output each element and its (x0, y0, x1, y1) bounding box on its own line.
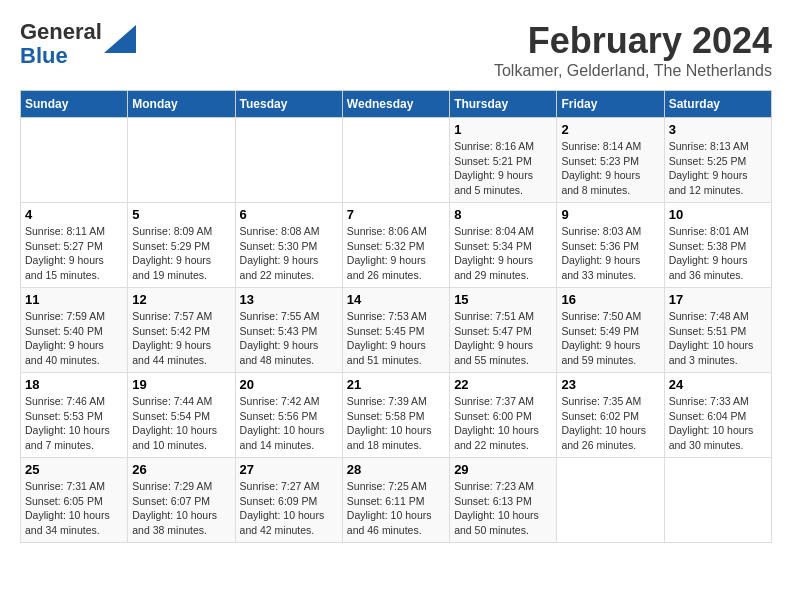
logo-text: General Blue (20, 20, 102, 68)
day-cell (128, 118, 235, 203)
header-cell-tuesday: Tuesday (235, 91, 342, 118)
header-cell-thursday: Thursday (450, 91, 557, 118)
logo-icon (104, 25, 136, 53)
day-number: 8 (454, 207, 552, 222)
day-detail: Sunrise: 7:29 AMSunset: 6:07 PMDaylight:… (132, 479, 230, 538)
day-number: 5 (132, 207, 230, 222)
day-cell: 18Sunrise: 7:46 AMSunset: 5:53 PMDayligh… (21, 373, 128, 458)
day-number: 1 (454, 122, 552, 137)
day-cell: 27Sunrise: 7:27 AMSunset: 6:09 PMDayligh… (235, 458, 342, 543)
day-number: 4 (25, 207, 123, 222)
day-cell: 29Sunrise: 7:23 AMSunset: 6:13 PMDayligh… (450, 458, 557, 543)
week-row-2: 4Sunrise: 8:11 AMSunset: 5:27 PMDaylight… (21, 203, 772, 288)
header-cell-sunday: Sunday (21, 91, 128, 118)
week-row-5: 25Sunrise: 7:31 AMSunset: 6:05 PMDayligh… (21, 458, 772, 543)
day-detail: Sunrise: 7:48 AMSunset: 5:51 PMDaylight:… (669, 309, 767, 368)
day-number: 14 (347, 292, 445, 307)
day-detail: Sunrise: 7:27 AMSunset: 6:09 PMDaylight:… (240, 479, 338, 538)
day-cell: 15Sunrise: 7:51 AMSunset: 5:47 PMDayligh… (450, 288, 557, 373)
title-area: February 2024 Tolkamer, Gelderland, The … (494, 20, 772, 80)
day-number: 20 (240, 377, 338, 392)
day-cell: 2Sunrise: 8:14 AMSunset: 5:23 PMDaylight… (557, 118, 664, 203)
day-cell: 7Sunrise: 8:06 AMSunset: 5:32 PMDaylight… (342, 203, 449, 288)
header-cell-monday: Monday (128, 91, 235, 118)
day-detail: Sunrise: 7:42 AMSunset: 5:56 PMDaylight:… (240, 394, 338, 453)
calendar-subtitle: Tolkamer, Gelderland, The Netherlands (494, 62, 772, 80)
day-detail: Sunrise: 8:11 AMSunset: 5:27 PMDaylight:… (25, 224, 123, 283)
day-number: 17 (669, 292, 767, 307)
day-cell: 28Sunrise: 7:25 AMSunset: 6:11 PMDayligh… (342, 458, 449, 543)
day-number: 11 (25, 292, 123, 307)
day-cell (557, 458, 664, 543)
day-detail: Sunrise: 7:51 AMSunset: 5:47 PMDaylight:… (454, 309, 552, 368)
day-detail: Sunrise: 8:13 AMSunset: 5:25 PMDaylight:… (669, 139, 767, 198)
day-cell: 12Sunrise: 7:57 AMSunset: 5:42 PMDayligh… (128, 288, 235, 373)
day-detail: Sunrise: 7:37 AMSunset: 6:00 PMDaylight:… (454, 394, 552, 453)
day-cell: 24Sunrise: 7:33 AMSunset: 6:04 PMDayligh… (664, 373, 771, 458)
header-cell-wednesday: Wednesday (342, 91, 449, 118)
day-cell (235, 118, 342, 203)
day-number: 26 (132, 462, 230, 477)
day-detail: Sunrise: 7:46 AMSunset: 5:53 PMDaylight:… (25, 394, 123, 453)
day-number: 9 (561, 207, 659, 222)
day-detail: Sunrise: 7:39 AMSunset: 5:58 PMDaylight:… (347, 394, 445, 453)
day-cell: 22Sunrise: 7:37 AMSunset: 6:00 PMDayligh… (450, 373, 557, 458)
day-cell: 1Sunrise: 8:16 AMSunset: 5:21 PMDaylight… (450, 118, 557, 203)
day-detail: Sunrise: 7:59 AMSunset: 5:40 PMDaylight:… (25, 309, 123, 368)
day-detail: Sunrise: 7:57 AMSunset: 5:42 PMDaylight:… (132, 309, 230, 368)
day-number: 12 (132, 292, 230, 307)
day-detail: Sunrise: 7:44 AMSunset: 5:54 PMDaylight:… (132, 394, 230, 453)
day-cell (342, 118, 449, 203)
day-cell: 3Sunrise: 8:13 AMSunset: 5:25 PMDaylight… (664, 118, 771, 203)
day-detail: Sunrise: 8:14 AMSunset: 5:23 PMDaylight:… (561, 139, 659, 198)
day-cell: 14Sunrise: 7:53 AMSunset: 5:45 PMDayligh… (342, 288, 449, 373)
day-cell: 9Sunrise: 8:03 AMSunset: 5:36 PMDaylight… (557, 203, 664, 288)
header-cell-saturday: Saturday (664, 91, 771, 118)
day-number: 2 (561, 122, 659, 137)
svg-marker-0 (104, 25, 136, 53)
day-cell: 13Sunrise: 7:55 AMSunset: 5:43 PMDayligh… (235, 288, 342, 373)
day-number: 10 (669, 207, 767, 222)
day-cell: 17Sunrise: 7:48 AMSunset: 5:51 PMDayligh… (664, 288, 771, 373)
day-cell: 25Sunrise: 7:31 AMSunset: 6:05 PMDayligh… (21, 458, 128, 543)
day-detail: Sunrise: 7:33 AMSunset: 6:04 PMDaylight:… (669, 394, 767, 453)
day-cell: 5Sunrise: 8:09 AMSunset: 5:29 PMDaylight… (128, 203, 235, 288)
day-cell: 16Sunrise: 7:50 AMSunset: 5:49 PMDayligh… (557, 288, 664, 373)
header-row: SundayMondayTuesdayWednesdayThursdayFrid… (21, 91, 772, 118)
day-number: 6 (240, 207, 338, 222)
day-number: 15 (454, 292, 552, 307)
day-cell: 8Sunrise: 8:04 AMSunset: 5:34 PMDaylight… (450, 203, 557, 288)
day-detail: Sunrise: 8:03 AMSunset: 5:36 PMDaylight:… (561, 224, 659, 283)
day-detail: Sunrise: 7:35 AMSunset: 6:02 PMDaylight:… (561, 394, 659, 453)
header-cell-friday: Friday (557, 91, 664, 118)
day-cell: 20Sunrise: 7:42 AMSunset: 5:56 PMDayligh… (235, 373, 342, 458)
day-number: 23 (561, 377, 659, 392)
day-number: 3 (669, 122, 767, 137)
page-header: General Blue February 2024 Tolkamer, Gel… (20, 20, 772, 80)
week-row-3: 11Sunrise: 7:59 AMSunset: 5:40 PMDayligh… (21, 288, 772, 373)
day-detail: Sunrise: 7:31 AMSunset: 6:05 PMDaylight:… (25, 479, 123, 538)
day-detail: Sunrise: 8:06 AMSunset: 5:32 PMDaylight:… (347, 224, 445, 283)
day-number: 25 (25, 462, 123, 477)
day-number: 29 (454, 462, 552, 477)
day-cell: 19Sunrise: 7:44 AMSunset: 5:54 PMDayligh… (128, 373, 235, 458)
day-number: 24 (669, 377, 767, 392)
day-cell: 21Sunrise: 7:39 AMSunset: 5:58 PMDayligh… (342, 373, 449, 458)
day-cell (664, 458, 771, 543)
logo: General Blue (20, 20, 136, 68)
day-number: 27 (240, 462, 338, 477)
calendar-table: SundayMondayTuesdayWednesdayThursdayFrid… (20, 90, 772, 543)
day-detail: Sunrise: 7:25 AMSunset: 6:11 PMDaylight:… (347, 479, 445, 538)
day-number: 19 (132, 377, 230, 392)
week-row-1: 1Sunrise: 8:16 AMSunset: 5:21 PMDaylight… (21, 118, 772, 203)
day-cell (21, 118, 128, 203)
day-number: 22 (454, 377, 552, 392)
day-cell: 23Sunrise: 7:35 AMSunset: 6:02 PMDayligh… (557, 373, 664, 458)
day-number: 21 (347, 377, 445, 392)
day-detail: Sunrise: 8:08 AMSunset: 5:30 PMDaylight:… (240, 224, 338, 283)
day-detail: Sunrise: 8:04 AMSunset: 5:34 PMDaylight:… (454, 224, 552, 283)
day-cell: 6Sunrise: 8:08 AMSunset: 5:30 PMDaylight… (235, 203, 342, 288)
day-detail: Sunrise: 7:50 AMSunset: 5:49 PMDaylight:… (561, 309, 659, 368)
day-cell: 4Sunrise: 8:11 AMSunset: 5:27 PMDaylight… (21, 203, 128, 288)
day-number: 7 (347, 207, 445, 222)
